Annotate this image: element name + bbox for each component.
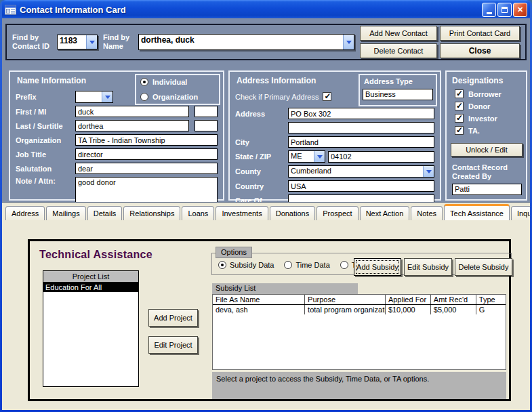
time-data-label: Time Data: [295, 261, 329, 269]
time-data-radio[interactable]: [284, 261, 292, 269]
ta-checkbox[interactable]: [455, 126, 464, 135]
prefix-combobox[interactable]: [75, 91, 113, 103]
type-cell: G: [476, 305, 506, 314]
organization-label: Organization: [152, 93, 198, 101]
county-combobox[interactable]: Cumberland: [288, 165, 434, 178]
borrower-checkbox[interactable]: [455, 89, 464, 98]
tab-inquiries[interactable]: Inquiries: [511, 206, 530, 220]
tab-details[interactable]: Details: [87, 206, 123, 220]
find-name-value: dorthea, duck: [139, 35, 343, 49]
amt-recd-cell: $5,000: [431, 305, 476, 314]
subsidy-table: File As Name Purpose Applied For Amt Rec…: [212, 294, 506, 370]
state-value: ME: [289, 151, 314, 162]
address-line1-field[interactable]: [288, 108, 434, 119]
column-header: Purpose: [305, 295, 386, 304]
primary-address-label: Check if Primary Address: [235, 93, 319, 101]
maximize-button[interactable]: [497, 3, 512, 17]
tab-relationships[interactable]: Relationships: [123, 206, 180, 220]
organization-radio[interactable]: [140, 93, 148, 101]
donor-checkbox[interactable]: [455, 102, 464, 110]
ta-option-radio[interactable]: [340, 261, 348, 269]
state-combobox[interactable]: ME: [288, 150, 325, 163]
delete-contact-button[interactable]: Delete Contact: [360, 43, 437, 58]
find-name-combobox[interactable]: dorthea, duck: [138, 34, 354, 50]
find-bar-buttons: Add New Contact Print Contact Card Delet…: [360, 26, 520, 58]
chevron-down-icon[interactable]: [314, 151, 325, 162]
first-extra-field[interactable]: [195, 106, 218, 117]
job-title-label: Job Title: [16, 150, 75, 159]
first-mi-label: First / MI: [16, 108, 75, 116]
edit-subsidy-button[interactable]: Edit Subsidy: [404, 258, 452, 276]
designations-title: Designations: [452, 76, 522, 85]
country-field[interactable]: [288, 180, 434, 192]
organization-field[interactable]: [75, 134, 218, 146]
address-type-box: Address Type: [359, 74, 437, 106]
first-name-field[interactable]: [75, 106, 189, 117]
created-by-label: Contact Record Created By: [452, 163, 522, 181]
individual-radio[interactable]: [140, 78, 148, 86]
contact-id-value: 1183: [58, 35, 86, 49]
tab-address[interactable]: Address: [5, 206, 45, 220]
delete-subsidy-button[interactable]: Delete Subsidy: [455, 258, 512, 276]
chevron-down-icon[interactable]: [102, 91, 112, 102]
address-line2-field[interactable]: [288, 122, 434, 133]
country-label: Country: [235, 182, 288, 190]
contact-id-combobox[interactable]: 1183: [57, 35, 98, 49]
edit-project-button[interactable]: Edit Project: [148, 336, 198, 354]
address-label: Address: [235, 110, 288, 118]
add-project-button[interactable]: Add Project: [148, 309, 198, 327]
tab-loans[interactable]: Loans: [182, 206, 214, 220]
tech-assistance-heading: Technical Assistance: [39, 249, 152, 261]
created-by-field[interactable]: [452, 184, 522, 195]
project-list-item[interactable]: Education For All: [43, 283, 138, 292]
unlock-edit-button[interactable]: Unlock / Edit: [451, 143, 523, 157]
form-icon: [5, 5, 16, 15]
tab-notes[interactable]: Notes: [411, 206, 443, 220]
last-name-field[interactable]: [75, 120, 189, 131]
add-new-contact-button[interactable]: Add New Contact: [360, 26, 437, 41]
investor-checkbox[interactable]: [455, 114, 464, 123]
purpose-cell: total program organizatio: [305, 305, 386, 314]
minimize-icon: [487, 12, 492, 14]
add-subsidy-button[interactable]: Add Subsidy: [354, 258, 401, 276]
column-header: File As Name: [213, 295, 305, 304]
address-information-panel: Address Information Address Type Check i…: [228, 70, 441, 201]
tab-donations[interactable]: Donations: [270, 206, 316, 220]
hint-message: Select a project to access the Subsidy, …: [212, 372, 506, 399]
window-controls: ✕: [482, 3, 527, 17]
contact-type-group: Individual Organization: [135, 74, 220, 105]
subsidy-data-label: Subsidy Data: [230, 261, 274, 269]
column-header: Type: [476, 295, 506, 304]
salutation-field[interactable]: [75, 163, 218, 174]
subsidy-list-header: Subsidy List: [212, 283, 358, 294]
tab-mailings[interactable]: Mailings: [46, 206, 85, 220]
window-title: Contact Information Card: [20, 5, 482, 15]
donor-label: Donor: [468, 102, 490, 110]
subsidy-data-radio[interactable]: [218, 261, 226, 269]
address-type-field[interactable]: [363, 89, 433, 100]
project-listbox[interactable]: Education For All: [43, 282, 139, 387]
tab-prospect[interactable]: Prospect: [316, 206, 358, 220]
title-bar: Contact Information Card ✕: [2, 0, 530, 18]
tab-next-action[interactable]: Next Action: [360, 206, 410, 220]
applied-for-cell: $10,000: [386, 305, 431, 314]
zip-field[interactable]: [328, 151, 434, 163]
prefix-value: [76, 91, 102, 102]
minimize-button[interactable]: [482, 3, 496, 17]
job-title-field[interactable]: [75, 148, 218, 160]
subsidy-table-row[interactable]: deva, ash total program organizatio $10,…: [213, 305, 506, 314]
chevron-down-icon[interactable]: [423, 166, 434, 177]
tab-strip: Address Mailings Details Relationships L…: [5, 204, 530, 220]
note-attn-label: Note / Attn:: [16, 177, 75, 185]
close-window-button[interactable]: ✕: [513, 3, 527, 17]
tab-investments[interactable]: Investments: [216, 206, 268, 220]
last-extra-field[interactable]: [195, 120, 218, 131]
primary-address-checkbox[interactable]: [323, 92, 331, 101]
chevron-down-icon[interactable]: [86, 35, 97, 49]
city-field[interactable]: [288, 136, 434, 148]
chevron-down-icon[interactable]: [343, 35, 354, 49]
print-contact-card-button[interactable]: Print Contact Card: [440, 26, 520, 41]
tab-tech-assistance[interactable]: Tech Assistance: [444, 204, 510, 220]
tab-page: Technical Assistance Project List Educat…: [2, 202, 530, 410]
close-form-button[interactable]: Close: [440, 43, 520, 58]
